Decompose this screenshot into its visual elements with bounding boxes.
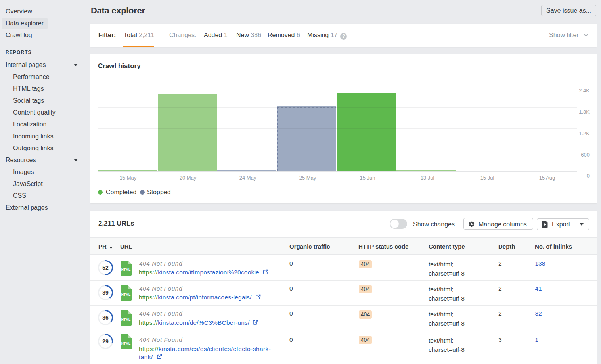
svg-text:HTML: HTML [121,267,130,271]
svg-text:HTML: HTML [121,341,130,345]
svg-text:HTML: HTML [121,317,130,321]
svg-text:HTML: HTML [121,292,130,296]
